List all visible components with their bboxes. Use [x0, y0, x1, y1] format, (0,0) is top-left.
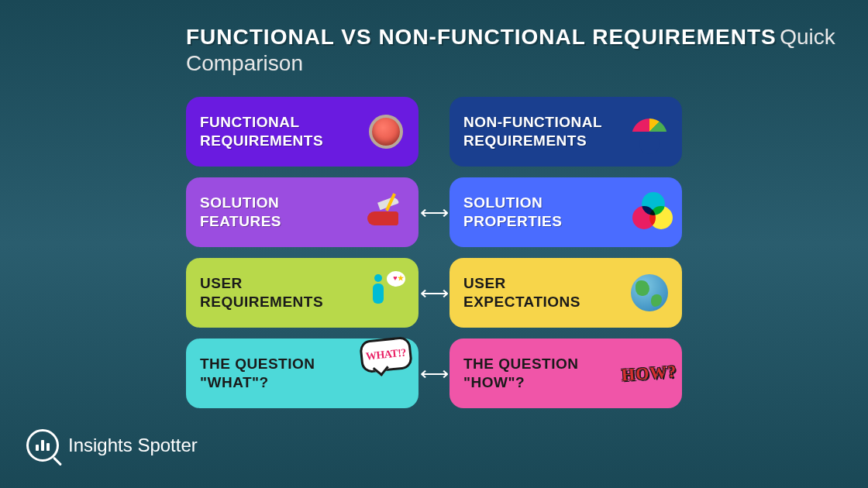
how-text-icon: HOW?	[628, 352, 671, 395]
card-solution-properties: SOLUTION PROPERTIES	[450, 177, 682, 247]
bidirectional-arrow-icon: ⟷	[418, 281, 450, 305]
header: FUNCTIONAL VS NON-FUNCTIONAL REQUIREMENT…	[0, 0, 868, 76]
what-bubble-icon: WHAT!?	[364, 336, 408, 380]
venn-icon	[628, 191, 671, 234]
swiss-knife-icon	[364, 191, 408, 234]
card-user-expectations: USER EXPECTATIONS	[450, 258, 682, 328]
bidirectional-arrow-icon: ⟷	[418, 362, 450, 386]
person-thought-icon: ♥★	[364, 271, 408, 314]
card-solution-features: SOLUTION FEATURES	[186, 177, 418, 247]
card-question-how: THE QUESTION "HOW"? HOW?	[450, 339, 682, 408]
bidirectional-arrow-icon: ⟷	[418, 201, 450, 225]
card-user-requirements: USER REQUIREMENTS ♥★	[186, 258, 418, 328]
card-nonfunctional-requirements: NON-FUNCTIONAL REQUIREMENTS	[450, 97, 682, 167]
brand-logo-icon	[26, 429, 59, 462]
card-question-what: THE QUESTION "WHAT"? WHAT!?	[186, 339, 418, 408]
gauge-icon	[628, 110, 671, 153]
how-text: HOW?	[622, 361, 678, 386]
brand-name: Insights Spotter	[68, 435, 198, 456]
card-functional-requirements: FUNCTIONAL REQUIREMENTS	[186, 97, 418, 167]
globe-icon	[628, 271, 671, 314]
comparison-grid: FUNCTIONAL REQUIREMENTS NON-FUNCTIONAL R…	[186, 97, 682, 408]
what-bubble-text: WHAT!?	[365, 346, 407, 364]
button-icon	[364, 110, 408, 153]
page-title-bold: FUNCTIONAL VS NON-FUNCTIONAL REQUIREMENT…	[186, 25, 777, 49]
brand: Insights Spotter	[26, 429, 198, 462]
